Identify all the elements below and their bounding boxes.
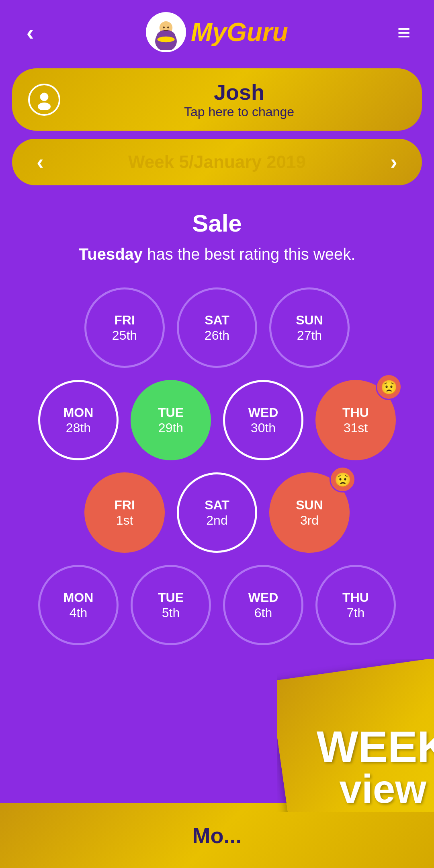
svg-point-8: [38, 103, 51, 110]
best-day-subtitle: Tuesday has the best rating this week.: [16, 245, 418, 263]
page-wrapper: ‹ MyGur: [0, 0, 434, 868]
user-avatar-icon: [28, 84, 60, 116]
week-nav[interactable]: ‹ Week 5/January 2019 ›: [12, 139, 422, 185]
day-wed-6-name: WED: [248, 590, 278, 605]
day-tue-29-name: TUE: [158, 405, 184, 420]
day-mon-4[interactable]: MON 4th: [38, 565, 119, 645]
user-name: Josh: [72, 80, 406, 105]
day-thu-31-date: 31st: [344, 420, 368, 435]
week-view-line1: WEEK: [317, 724, 434, 769]
week-next-button[interactable]: ›: [382, 150, 406, 174]
day-thu-7-name: THU: [342, 590, 369, 605]
calendar-row-4: MON 4th TUE 5th WED 6th THU 7th: [16, 565, 418, 645]
day-wed-6[interactable]: WED 6th: [223, 565, 303, 645]
day-fri-25-date: 25th: [112, 328, 137, 343]
day-fri-25[interactable]: FRI 25th: [84, 287, 165, 368]
logo: MyGuru: [146, 12, 288, 52]
day-mon-28[interactable]: MON 28th: [38, 380, 119, 460]
day-wed-30[interactable]: WED 30th: [223, 380, 303, 460]
day-sun-3-name: SUN: [296, 497, 323, 513]
svg-point-6: [167, 27, 169, 29]
logo-icon: [146, 12, 186, 52]
day-tue-29[interactable]: TUE 29th: [131, 380, 211, 460]
day-wed-6-date: 6th: [254, 605, 272, 620]
calendar-row-1: FRI 25th SAT 26th SUN 27th: [16, 287, 418, 368]
svg-point-7: [40, 93, 48, 101]
day-thu-7-date: 7th: [347, 605, 364, 620]
svg-point-5: [163, 27, 165, 29]
week-view-line2: view: [317, 769, 434, 809]
day-sat-26[interactable]: SAT 26th: [177, 287, 257, 368]
day-sun-27[interactable]: SUN 27th: [269, 287, 350, 368]
day-mon-4-name: MON: [63, 590, 94, 605]
sad-face-sun-3: 😟: [330, 466, 356, 492]
day-sun-27-name: SUN: [296, 312, 323, 328]
day-fri-1[interactable]: FRI 1st: [84, 472, 165, 553]
user-bar[interactable]: Josh Tap here to change: [12, 68, 422, 131]
calendar-row-3: FRI 1st SAT 2nd 😟 SUN 3rd: [16, 472, 418, 553]
day-sat-2[interactable]: SAT 2nd: [177, 472, 257, 553]
category-title: Sale: [16, 209, 418, 237]
calendar-row-2: MON 28th TUE 29th WED 30th 😟 THU 31st: [16, 380, 418, 460]
day-sun-27-date: 27th: [297, 328, 322, 343]
logo-text: MyGuru: [191, 17, 288, 47]
svg-point-4: [158, 37, 175, 42]
week-view-banner: WEEK view: [277, 659, 434, 812]
day-sat-26-date: 26th: [205, 328, 229, 343]
day-fri-25-name: FRI: [114, 312, 135, 328]
day-sun-3[interactable]: 😟 SUN 3rd: [269, 472, 350, 553]
day-thu-31-name: THU: [342, 405, 369, 420]
day-sat-2-name: SAT: [205, 497, 229, 513]
day-sat-26-name: SAT: [205, 312, 229, 328]
day-fri-1-date: 1st: [116, 513, 133, 528]
day-tue-5[interactable]: TUE 5th: [131, 565, 211, 645]
day-thu-31[interactable]: 😟 THU 31st: [315, 380, 396, 460]
day-mon-28-date: 28th: [66, 420, 91, 435]
best-day-name: Tuesday: [79, 245, 143, 263]
day-sat-2-date: 2nd: [206, 513, 227, 528]
day-wed-30-name: WED: [248, 405, 278, 420]
sad-face-thu-31: 😟: [376, 374, 402, 400]
day-tue-29-date: 29th: [158, 420, 183, 435]
best-day-suffix: has the best rating this week.: [143, 245, 355, 263]
day-sun-3-date: 3rd: [300, 513, 319, 528]
day-mon-4-date: 4th: [70, 605, 87, 620]
header: ‹ MyGur: [0, 0, 434, 60]
day-mon-28-name: MON: [63, 405, 94, 420]
week-label: Week 5/January 2019: [128, 152, 306, 172]
user-info: Josh Tap here to change: [72, 80, 406, 119]
day-tue-5-date: 5th: [162, 605, 180, 620]
user-change-hint: Tap here to change: [72, 105, 406, 119]
day-thu-7[interactable]: THU 7th: [315, 565, 396, 645]
month-button[interactable]: Mo...: [0, 803, 434, 868]
day-wed-30-date: 30th: [251, 420, 276, 435]
month-button-label: Mo...: [192, 823, 242, 847]
day-tue-5-name: TUE: [158, 590, 184, 605]
calendar: FRI 25th SAT 26th SUN 27th MON 28th TUE …: [0, 271, 434, 661]
menu-button[interactable]: ≡: [390, 19, 418, 45]
day-fri-1-name: FRI: [114, 497, 135, 513]
week-prev-button[interactable]: ‹: [28, 150, 52, 174]
sale-section: Sale Tuesday has the best rating this we…: [0, 193, 434, 271]
back-button[interactable]: ‹: [16, 19, 44, 45]
